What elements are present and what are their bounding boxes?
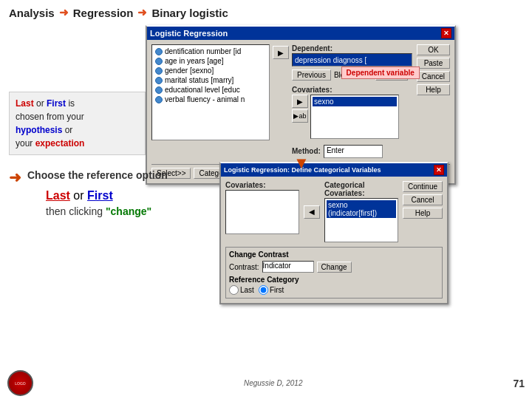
covariate-arrows: ▶ ▶ab [292,95,308,139]
arrow1-icon: ➜ [59,6,69,19]
last-radio[interactable] [229,285,239,295]
contrast-row: Contrast: Indicator Change [229,261,439,273]
method-select[interactable]: Enter [324,145,383,158]
cat-panel-item: sexno (indicator[first]) [327,200,396,218]
title-regression: Regression [73,7,134,19]
cat-help-button[interactable]: Help [403,208,443,219]
var-icon [155,67,163,75]
dialog-title: Logistic Regression [150,29,228,38]
title-binary-logistic: Binary logistic [151,7,228,19]
ok-button[interactable]: OK [417,44,450,55]
cat-cancel-button[interactable]: Cancel [403,194,443,205]
dependent-value: depression diagnoss [ [295,56,366,64]
main-content: Last or First ischosen from yourhypothes… [0,22,532,166]
contrast-select[interactable]: Indicator [262,261,314,273]
annotation-box: Last or First ischosen from yourhypothes… [9,92,146,155]
cat-categorical-label: Categorical Covariates: [324,181,398,197]
close-button[interactable]: ✕ [441,28,451,38]
move-to-dependent-button[interactable]: ▶ [273,46,289,59]
footer-citation: Negussie D, 2012 [244,379,303,387]
last-text: Last [46,189,70,202]
ref-cat-label: Reference Category [229,276,439,284]
title-analysis: Analysis [9,7,55,19]
categorical-dialog-titlebar: Logistic Regression: Define Categorical … [221,163,447,177]
var-icon [155,86,163,94]
cat-right-buttons: Continue Cancel Help [403,181,443,242]
covariates-box[interactable]: sexno [310,95,399,139]
dialog-right-panel: Dependent: depression diagnoss [ Depende… [292,44,412,161]
cat-covariates-panel[interactable] [225,190,299,234]
last-radio-label[interactable]: Last [229,285,254,295]
dependent-section: Dependent: depression diagnoss [ Depende… [292,44,412,66]
list-item[interactable]: marital status [marry] [154,75,267,85]
list-item[interactable]: verbal fluency - animal n [154,95,267,104]
contrast-title: Change Contrast [229,250,439,259]
cat-covariates-section: Covariates: [225,181,299,242]
change-contrast-section: Change Contrast Contrast: Indicator Chan… [225,247,443,299]
continue-button[interactable]: Continue [403,181,443,192]
categorical-body: Covariates: ◀ Categorical Covariates: se… [221,177,447,303]
contrast-value: Indicator [263,262,291,270]
list-item[interactable]: educational level [educ [154,85,267,95]
list-item[interactable]: gender [sexno] [154,66,267,75]
dependent-variable-annotation: Dependent variable [341,66,420,79]
list-item[interactable]: dentification number [id [154,47,267,56]
previous-button[interactable]: Previous [292,69,331,81]
var-icon [155,77,163,84]
list-item[interactable]: age in years [age] [154,56,267,66]
last-label: Last [240,286,254,294]
covariate-item: sexno [313,97,397,106]
change-button[interactable]: Change [317,262,352,273]
cat-main-row: Covariates: ◀ Categorical Covariates: se… [225,181,443,242]
annotation-last: Last or First ischosen from yourhypothes… [16,98,84,149]
footer-logo: LOGO [7,370,33,396]
method-value: Enter [327,146,344,154]
choose-ref-text: Choose the reference option [27,169,168,181]
var-icon [155,48,163,55]
method-row: Method: Enter [292,145,412,158]
right-buttons: OK Paste Reset Cancel Help [417,44,450,161]
covariates-row: ▶ ▶ab sexno [292,95,412,139]
contrast-type-label: Contrast: [229,263,259,271]
ref-cat-row: Last First [229,285,439,295]
var-icon [155,96,163,103]
down-arrow-connector: ▼ [293,154,310,173]
dialogs-wrapper: Logistic Regression ✕ dentification numb… [146,25,485,163]
dependent-field[interactable]: depression diagnoss [ [292,53,412,66]
dependent-label: Dependent: [292,44,412,52]
first-radio-label[interactable]: First [259,285,284,295]
first-text: First [87,189,113,202]
move-from-covariate-button[interactable]: ▶ab [292,109,308,123]
paste-button[interactable]: Paste [417,58,450,69]
choose-ref-arrow: ➜ [9,168,21,186]
dialog-main-row: dentification number [id age in years [a… [151,44,450,161]
reference-category-section: Reference Category Last First [229,276,439,295]
categorical-close-button[interactable]: ✕ [434,165,444,175]
footer-page-number: 71 [513,378,525,389]
move-to-covariate-button[interactable]: ▶ [292,95,308,108]
covariates-label: Covariates: [292,86,412,94]
help-button[interactable]: Help [417,84,450,95]
cat-arrow-section: ◀ [304,181,320,242]
move-to-cat-button[interactable]: ◀ [304,205,320,219]
dialog-titlebar: Logistic Regression ✕ [147,27,454,40]
var-icon [155,58,163,65]
covariates-section: Covariates: ▶ ▶ab sexno [292,86,412,139]
change-quote: "change" [106,205,151,217]
arrow2-icon: ➜ [137,6,147,19]
cancel-button[interactable]: Cancel [417,71,450,82]
left-annotations: Last or First ischosen from yourhypothes… [9,25,146,163]
cat-covariates-label: Covariates: [225,181,299,189]
cat-categorical-panel[interactable]: sexno (indicator[first]) [324,198,398,242]
variable-list[interactable]: dentification number [id age in years [a… [151,44,270,140]
title-bar: Analysis ➜ Regression ➜ Binary logistic [0,0,532,22]
footer: LOGO Negussie D, 2012 71 [0,370,532,396]
dialog-categorical: Logistic Regression: Define Categorical … [219,162,449,304]
first-radio[interactable] [259,285,268,295]
cat-categorical-section: Categorical Covariates: sexno (indicator… [324,181,398,242]
first-label: First [270,286,284,294]
